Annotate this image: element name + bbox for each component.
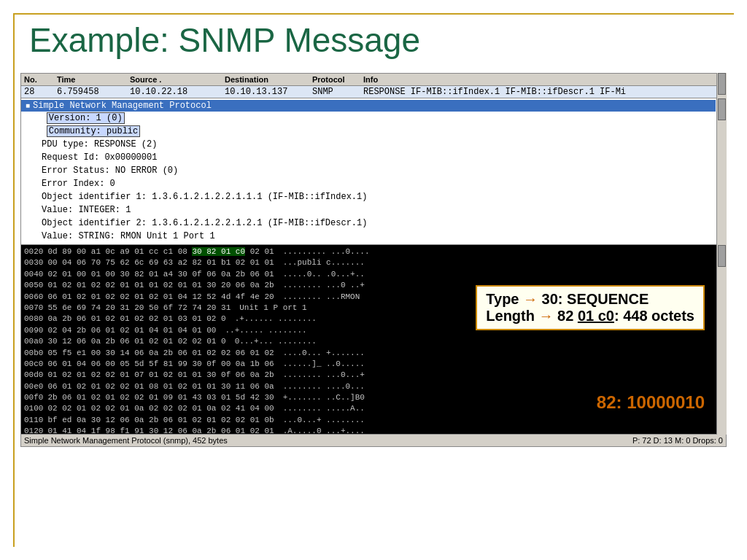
left-border: [13, 13, 15, 547]
col-header-dest: Destination: [225, 75, 312, 84]
length-underline: 01 c0: [578, 308, 614, 324]
detail-line-2: PDU type: RESPONSE (2): [21, 138, 716, 151]
detail-line-1: Community: public: [21, 125, 716, 138]
annotation-box: Type → 30: SEQUENCE Length → 82 01 c0: 4…: [476, 285, 705, 330]
packet-detail-scrollbar[interactable]: [716, 98, 727, 245]
hex-row: 00e006 01 02 01 02 02 01 08 01 02 01 01 …: [24, 381, 716, 392]
type-value: 30: SEQUENCE: [538, 291, 649, 307]
detail-line-9: Value: STRING: RMON Unit 1 Port 1: [21, 230, 716, 243]
detail-line-3: Request Id: 0x00000001: [21, 151, 716, 164]
hex-row: 004002 01 00 01 00 30 82 01 a4 30 0f 06 …: [24, 269, 716, 280]
hex-row: 00b005 f5 e1 00 30 14 06 0a 2b 06 01 02 …: [24, 348, 716, 359]
packet-no: 28: [24, 87, 57, 97]
packet-row[interactable]: 28 6.759458 10.10.22.18 10.10.13.137 SNM…: [21, 86, 726, 98]
col-header-proto: Protocol: [312, 75, 363, 84]
packet-list-header: No. Time Source . Destination Protocol I…: [21, 74, 726, 86]
annotation-line1: Type → 30: SEQUENCE: [486, 291, 694, 308]
top-border: [13, 13, 734, 15]
detail-line-7: Value: INTEGER: 1: [21, 203, 716, 217]
scrollbar-thumb[interactable]: [718, 73, 726, 95]
hex-row: 003000 04 06 70 75 62 6c 69 63 a2 82 01 …: [24, 257, 716, 268]
status-left: Simple Network Management Protocol (snmp…: [24, 436, 632, 445]
hex-row: 00200d 89 00 a1 0c a9 01 cc c1 08 30 82 …: [24, 246, 716, 257]
length-suffix: : 448 octets: [614, 308, 694, 324]
col-header-no: No.: [24, 75, 57, 84]
arrow1-icon: →: [523, 291, 538, 307]
col-header-time: Time: [57, 75, 130, 84]
packet-proto: SNMP: [312, 87, 363, 97]
status-right: P: 72 D: 13 M: 0 Drops: 0: [632, 436, 723, 445]
col-header-source: Source .: [130, 75, 225, 84]
length-prefix: 82: [554, 308, 578, 324]
packet-list: No. Time Source . Destination Protocol I…: [20, 73, 727, 98]
binary-label: 82: 10000010: [597, 392, 705, 412]
expand-icon: ■: [26, 102, 30, 110]
packet-dest: 10.10.13.137: [225, 87, 312, 97]
packet-list-pane: No. Time Source . Destination Protocol I…: [20, 73, 727, 98]
detail-line-0: Version: 1 (0): [21, 112, 716, 125]
detail-line-4: Error Status: NO ERROR (0): [21, 164, 716, 177]
hex-scrollbar-thumb[interactable]: [718, 245, 726, 267]
packet-source: 10.10.22.18: [130, 87, 225, 97]
detail-header-row[interactable]: ■ Simple Network Management Protocol: [21, 100, 716, 112]
packet-detail: ■ Simple Network Management Protocol Ver…: [20, 98, 727, 245]
community-highlight: Community: public: [47, 125, 140, 137]
hex-pane-wrap: 00200d 89 00 a1 0c a9 01 cc c1 08 30 82 …: [20, 245, 727, 435]
status-bar: Simple Network Management Protocol (snmp…: [20, 435, 727, 447]
hex-pane-scrollbar[interactable]: [716, 245, 727, 435]
packet-list-scrollbar[interactable]: [716, 73, 727, 98]
packet-time: 6.759458: [57, 87, 130, 97]
hex-row: 0110bf ed 0a 30 12 06 0a 2b 06 01 02 01 …: [24, 415, 716, 426]
packet-info: RESPONSE IF-MIB::ifIndex.1 IF-MIB::ifDes…: [363, 87, 723, 97]
detail-line-5: Error Index: 0: [21, 177, 716, 190]
hex-row: 00c006 01 04 06 00 05 5d 5f 81 99 30 0f …: [24, 359, 716, 370]
hex-row: 012001 41 04 1f 98 f1 91 30 12 06 0a 2b …: [24, 426, 716, 435]
type-label: Type: [486, 291, 523, 307]
annotation-line2: Length → 82 01 c0: 448 octets: [486, 308, 694, 324]
detail-header-text: Simple Network Management Protocol: [33, 101, 212, 111]
col-header-info: Info: [363, 75, 723, 84]
detail-line-8: Object identifier 2: 1.3.6.1.2.1.2.2.1.2…: [21, 217, 716, 230]
annotation-box2: 82: 10000010: [597, 392, 705, 413]
main-content: No. Time Source . Destination Protocol I…: [20, 73, 727, 447]
arrow2-icon: →: [539, 308, 554, 324]
detail-line-6: Object identifier 1: 1.3.6.1.2.1.2.2.1.1…: [21, 190, 716, 203]
hex-row: 00a030 12 06 0a 2b 06 01 02 01 02 02 01 …: [24, 336, 716, 347]
length-label: Length: [486, 308, 538, 324]
version-highlight: Version: 1 (0): [47, 112, 125, 124]
packet-detail-pane: ■ Simple Network Management Protocol Ver…: [20, 98, 727, 245]
detail-scrollbar-thumb[interactable]: [718, 98, 726, 120]
hex-row: 00d001 02 01 02 02 01 07 01 02 01 01 30 …: [24, 370, 716, 381]
page-title: Example: SNMP Message: [0, 0, 747, 73]
